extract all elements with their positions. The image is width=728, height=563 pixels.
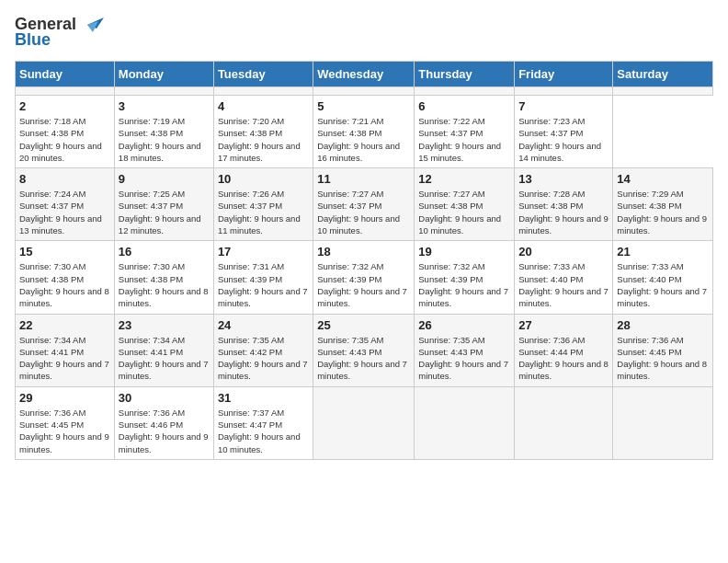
day-info: Sunrise: 7:24 AM Sunset: 4:37 PM Dayligh… [19,188,110,236]
day-of-week-header: Wednesday [313,62,415,87]
calendar-cell [313,87,415,96]
calendar-cell: 8 Sunrise: 7:24 AM Sunset: 4:37 PM Dayli… [16,168,115,241]
calendar-cell: 20 Sunrise: 7:33 AM Sunset: 4:40 PM Dayl… [515,241,613,314]
day-info: Sunrise: 7:35 AM Sunset: 4:43 PM Dayligh… [418,334,510,383]
day-number: 6 [418,99,510,113]
day-number: 15 [19,245,110,259]
day-number: 5 [317,99,410,113]
calendar-cell: 17 Sunrise: 7:31 AM Sunset: 4:39 PM Dayl… [213,241,313,314]
day-info: Sunrise: 7:27 AM Sunset: 4:38 PM Dayligh… [418,188,510,236]
day-of-week-header: Monday [114,62,213,87]
calendar-cell [415,87,515,96]
calendar-cell: 26 Sunrise: 7:35 AM Sunset: 4:43 PM Dayl… [415,314,515,386]
day-of-week-header: Saturday [613,62,713,87]
logo: General Blue [15,15,104,50]
day-of-week-header: Sunday [16,62,115,87]
day-info: Sunrise: 7:29 AM Sunset: 4:38 PM Dayligh… [617,188,709,236]
calendar-cell [213,87,313,96]
day-number: 21 [617,245,709,259]
day-number: 10 [218,172,309,186]
day-number: 4 [218,99,309,113]
calendar-cell: 4 Sunrise: 7:20 AM Sunset: 4:38 PM Dayli… [213,96,313,168]
logo-bird-icon [78,16,104,34]
calendar-cell: 2 Sunrise: 7:18 AM Sunset: 4:38 PM Dayli… [16,96,115,168]
day-info: Sunrise: 7:28 AM Sunset: 4:38 PM Dayligh… [518,188,609,236]
day-number: 16 [119,245,210,259]
day-number: 12 [418,172,510,186]
day-info: Sunrise: 7:22 AM Sunset: 4:37 PM Dayligh… [418,115,510,164]
day-number: 28 [617,318,709,332]
day-number: 2 [19,99,110,113]
calendar-cell: 16 Sunrise: 7:30 AM Sunset: 4:38 PM Dayl… [114,241,213,314]
day-number: 23 [119,318,210,332]
day-info: Sunrise: 7:21 AM Sunset: 4:38 PM Dayligh… [317,115,410,164]
calendar-cell: 28 Sunrise: 7:36 AM Sunset: 4:45 PM Dayl… [613,314,713,386]
day-number: 14 [617,172,709,186]
calendar-cell [114,87,213,96]
calendar-cell: 9 Sunrise: 7:25 AM Sunset: 4:37 PM Dayli… [114,168,213,241]
day-info: Sunrise: 7:32 AM Sunset: 4:39 PM Dayligh… [418,260,510,309]
day-info: Sunrise: 7:35 AM Sunset: 4:43 PM Dayligh… [317,334,410,383]
day-info: Sunrise: 7:33 AM Sunset: 4:40 PM Dayligh… [617,260,709,309]
calendar-cell: 10 Sunrise: 7:26 AM Sunset: 4:37 PM Dayl… [213,168,313,241]
day-info: Sunrise: 7:20 AM Sunset: 4:38 PM Dayligh… [218,115,309,164]
day-of-week-header: Friday [515,62,613,87]
calendar-cell [613,386,713,459]
logo-text-blue: Blue [15,30,51,50]
page-header: General Blue [15,15,713,50]
day-number: 25 [317,318,410,332]
day-number: 27 [518,318,609,332]
calendar-cell: 7 Sunrise: 7:23 AM Sunset: 4:37 PM Dayli… [515,96,613,168]
calendar-table: SundayMondayTuesdayWednesdayThursdayFrid… [15,61,713,460]
day-info: Sunrise: 7:30 AM Sunset: 4:38 PM Dayligh… [19,260,110,309]
calendar-cell: 6 Sunrise: 7:22 AM Sunset: 4:37 PM Dayli… [415,96,515,168]
day-info: Sunrise: 7:32 AM Sunset: 4:39 PM Dayligh… [317,260,410,309]
day-number: 8 [19,172,110,186]
calendar-cell [613,87,713,96]
calendar-cell: 3 Sunrise: 7:19 AM Sunset: 4:38 PM Dayli… [114,96,213,168]
day-number: 13 [518,172,609,186]
day-number: 17 [218,245,309,259]
calendar-cell: 22 Sunrise: 7:34 AM Sunset: 4:41 PM Dayl… [16,314,115,386]
day-info: Sunrise: 7:31 AM Sunset: 4:39 PM Dayligh… [218,260,309,309]
day-info: Sunrise: 7:35 AM Sunset: 4:42 PM Dayligh… [218,334,309,383]
calendar-cell: 24 Sunrise: 7:35 AM Sunset: 4:42 PM Dayl… [213,314,313,386]
day-number: 19 [418,245,510,259]
calendar-cell [415,386,515,459]
day-number: 7 [518,99,609,113]
day-info: Sunrise: 7:36 AM Sunset: 4:45 PM Dayligh… [617,334,709,383]
day-info: Sunrise: 7:25 AM Sunset: 4:37 PM Dayligh… [119,188,210,236]
day-info: Sunrise: 7:37 AM Sunset: 4:47 PM Dayligh… [218,407,309,455]
day-number: 31 [218,391,309,405]
day-info: Sunrise: 7:26 AM Sunset: 4:37 PM Dayligh… [218,188,309,236]
calendar-cell: 27 Sunrise: 7:36 AM Sunset: 4:44 PM Dayl… [515,314,613,386]
calendar-cell: 18 Sunrise: 7:32 AM Sunset: 4:39 PM Dayl… [313,241,415,314]
day-number: 24 [218,318,309,332]
day-info: Sunrise: 7:36 AM Sunset: 4:46 PM Dayligh… [119,407,210,455]
calendar-cell: 30 Sunrise: 7:36 AM Sunset: 4:46 PM Dayl… [114,386,213,459]
calendar-cell: 12 Sunrise: 7:27 AM Sunset: 4:38 PM Dayl… [415,168,515,241]
calendar-cell: 13 Sunrise: 7:28 AM Sunset: 4:38 PM Dayl… [515,168,613,241]
calendar-cell: 21 Sunrise: 7:33 AM Sunset: 4:40 PM Dayl… [613,241,713,314]
day-info: Sunrise: 7:34 AM Sunset: 4:41 PM Dayligh… [119,334,210,383]
day-of-week-header: Tuesday [213,62,313,87]
calendar-cell: 25 Sunrise: 7:35 AM Sunset: 4:43 PM Dayl… [313,314,415,386]
calendar-cell: 11 Sunrise: 7:27 AM Sunset: 4:37 PM Dayl… [313,168,415,241]
day-number: 22 [19,318,110,332]
calendar-cell: 5 Sunrise: 7:21 AM Sunset: 4:38 PM Dayli… [313,96,415,168]
day-info: Sunrise: 7:33 AM Sunset: 4:40 PM Dayligh… [518,260,609,309]
day-info: Sunrise: 7:36 AM Sunset: 4:45 PM Dayligh… [19,407,110,455]
day-number: 29 [19,391,110,405]
day-info: Sunrise: 7:19 AM Sunset: 4:38 PM Dayligh… [119,115,210,164]
logo-container: General Blue [15,15,104,50]
calendar-cell [515,386,613,459]
day-number: 30 [119,391,210,405]
calendar-cell [515,87,613,96]
calendar-cell: 29 Sunrise: 7:36 AM Sunset: 4:45 PM Dayl… [16,386,115,459]
calendar-cell: 23 Sunrise: 7:34 AM Sunset: 4:41 PM Dayl… [114,314,213,386]
day-number: 3 [119,99,210,113]
day-number: 26 [418,318,510,332]
day-number: 18 [317,245,410,259]
day-info: Sunrise: 7:18 AM Sunset: 4:38 PM Dayligh… [19,115,110,164]
calendar-cell: 19 Sunrise: 7:32 AM Sunset: 4:39 PM Dayl… [415,241,515,314]
